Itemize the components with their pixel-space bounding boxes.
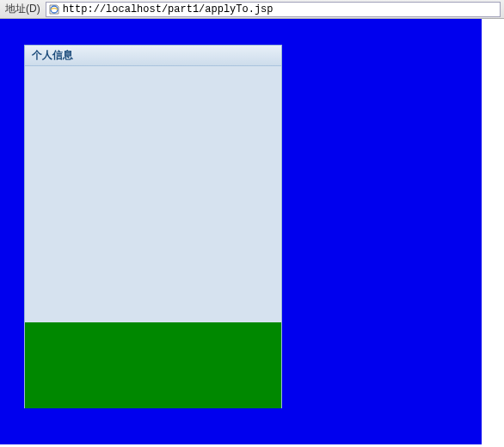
panel-body-lower	[25, 322, 281, 408]
page-background: 个人信息	[0, 19, 482, 444]
browser-toolbar: 地址(D) http://localhost/part1/applyTo.jsp	[0, 0, 504, 19]
panel-body-upper	[25, 66, 281, 322]
address-label: 地址(D)	[3, 2, 42, 16]
address-url: http://localhost/part1/applyTo.jsp	[63, 3, 274, 15]
ie-page-icon	[48, 3, 60, 15]
page-content: 个人信息	[0, 19, 504, 447]
panel-header: 个人信息	[25, 46, 281, 66]
info-panel: 个人信息	[24, 45, 282, 408]
panel-title: 个人信息	[32, 48, 73, 63]
address-bar[interactable]: http://localhost/part1/applyTo.jsp	[46, 2, 501, 17]
